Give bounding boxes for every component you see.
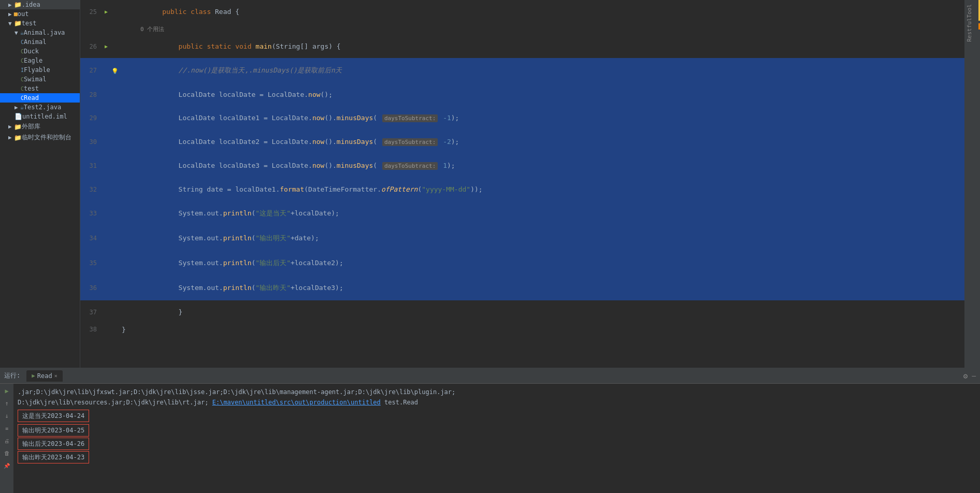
sidebar-item-temp-files[interactable]: ▶ 📁 临时文件和控制台 bbox=[0, 132, 80, 143]
sidebar-item-untitled-iml[interactable]: 📄 untitled.iml bbox=[0, 112, 80, 121]
code-line-30: 30 LocalDate localDate2 = LocalDate.now(… bbox=[80, 130, 980, 154]
output-highlight-3: 输出后天2023-04-26 bbox=[18, 438, 89, 450]
console-text-after: test.Read bbox=[384, 399, 418, 406]
sidebar-item-flyable[interactable]: I Flyable bbox=[0, 65, 80, 75]
line-number: 29 bbox=[80, 114, 101, 122]
line-number: 26 bbox=[80, 43, 101, 50]
folder-icon: 📁 bbox=[14, 1, 22, 8]
code-editor: 25 ▶ public class Read { 26 0 个用法 26 bbox=[80, 0, 980, 368]
code-content: //.now()是获取当天,.minusDays()是获取前后n天 bbox=[120, 58, 980, 83]
sidebar-item-label: out bbox=[18, 10, 29, 18]
chevron-right-icon: ▶ bbox=[15, 104, 18, 111]
run-arrow-icon[interactable]: ▶ bbox=[105, 44, 108, 49]
console-line-5: 输出后天2023-04-26 bbox=[18, 438, 976, 450]
sidebar-item-read[interactable]: C Read bbox=[0, 93, 80, 103]
sidebar-item-test2-java[interactable]: ▶ ☕ Test2.java bbox=[0, 103, 80, 112]
code-line-26: 26 ▶ public static void main(String[] ar… bbox=[80, 35, 980, 58]
line-number: 34 bbox=[80, 235, 101, 242]
trash-button[interactable]: 🗑 bbox=[2, 448, 12, 458]
code-content: System.out.println("输出后天"+localDate2); bbox=[120, 251, 980, 276]
scroll-up-button[interactable]: ↑ bbox=[2, 398, 12, 409]
close-tab-icon[interactable]: ✕ bbox=[54, 373, 57, 379]
line-number: 32 bbox=[80, 186, 101, 193]
code-content: String date = localDate1.format(DateTime… bbox=[120, 178, 980, 201]
code-line-38: 38 } bbox=[80, 324, 980, 335]
line-number: 27 bbox=[80, 67, 101, 74]
restful-tool-label: RestfulTool bbox=[966, 4, 973, 42]
sidebar-item-swimal[interactable]: C Swimal bbox=[0, 75, 80, 84]
sidebar-item-label: Swimal bbox=[24, 76, 46, 83]
run-button[interactable]: ▶ bbox=[2, 386, 12, 396]
console-line-6: 输出昨天2023-04-23 bbox=[18, 451, 976, 463]
java-icon: ☕ bbox=[20, 104, 24, 111]
code-content: public class Read { bbox=[120, 0, 980, 23]
minimize-icon[interactable]: — bbox=[972, 372, 976, 380]
lightbulb-icon[interactable]: 💡 bbox=[111, 68, 119, 75]
sidebar-item-label: .idea bbox=[22, 1, 40, 8]
usage-hint: 0 个用法 bbox=[120, 25, 980, 33]
folder-icon: 📁 bbox=[14, 123, 22, 130]
chevron-right-icon: ▶ bbox=[8, 134, 12, 141]
sidebar-item-animal[interactable]: C Animal bbox=[0, 37, 80, 47]
folder-icon: 📁 bbox=[14, 134, 22, 141]
run-gutter[interactable]: ▶ bbox=[101, 44, 111, 49]
run-arrow-icon[interactable]: ▶ bbox=[105, 9, 108, 15]
sidebar-item-label: Flyable bbox=[24, 66, 50, 74]
filter-button[interactable]: ≡ bbox=[2, 423, 12, 433]
line-number: 37 bbox=[80, 309, 101, 316]
code-content: public static void main(String[] args) { bbox=[120, 35, 980, 58]
restful-tool-panel[interactable]: RestfulTool bbox=[964, 0, 974, 368]
sidebar-item-out[interactable]: ▶ ■ out bbox=[0, 9, 80, 19]
console-toolbar: ▶ ↑ ↓ ≡ 🖨 🗑 📌 bbox=[0, 384, 13, 493]
project-sidebar: ▶ 📁 .idea ▶ ■ out ▼ 📁 test ▼ ☕ Animal.ja… bbox=[0, 0, 80, 368]
code-line-37: 37 } bbox=[80, 300, 980, 324]
line-number: 31 bbox=[80, 162, 101, 169]
run-label: 运行: bbox=[4, 371, 20, 380]
sidebar-item-label: Duck bbox=[24, 48, 39, 55]
sidebar-item-eagle[interactable]: C Eagle bbox=[0, 56, 80, 65]
line-number: 35 bbox=[80, 259, 101, 267]
sidebar-item-label: Animal bbox=[24, 38, 46, 46]
code-content: LocalDate localDate3 = LocalDate.now().m… bbox=[120, 154, 980, 178]
editor-scrollbar[interactable] bbox=[974, 0, 980, 368]
line-number: 25 bbox=[80, 8, 101, 16]
console-line-2: D:\jdk\jre\lib\resources.jar;D:\jdk\jre\… bbox=[18, 397, 976, 408]
code-content: LocalDate localDate2 = LocalDate.now().m… bbox=[120, 130, 980, 154]
sidebar-item-external-libs[interactable]: ▶ 📁 外部库 bbox=[0, 121, 80, 132]
folder-icon: ■ bbox=[14, 10, 18, 18]
output-highlight-2: 输出明天2023-04-25 bbox=[18, 424, 89, 437]
code-line-25: 25 ▶ public class Read { bbox=[80, 0, 980, 23]
console-main: ▶ ↑ ↓ ≡ 🖨 🗑 📌 .jar;D:\jdk\jre\lib\jfxswt… bbox=[0, 384, 980, 493]
settings-icon[interactable]: ⚙ bbox=[963, 372, 968, 380]
sidebar-item-duck[interactable]: C Duck bbox=[0, 47, 80, 56]
code-content: System.out.println("输出明天"+date); bbox=[120, 226, 980, 251]
scroll-down-button[interactable]: ↓ bbox=[2, 411, 12, 421]
sidebar-item-test-class[interactable]: C test bbox=[0, 84, 80, 93]
iml-icon: 📄 bbox=[15, 113, 22, 120]
sidebar-item-idea[interactable]: ▶ 📁 .idea bbox=[0, 0, 80, 9]
code-line-36: 36 System.out.println("输出昨天"+localDate3)… bbox=[80, 276, 980, 300]
console-text: .jar;D:\jdk\jre\lib\jfxswt.jar;D:\jdk\jr… bbox=[18, 388, 455, 396]
sidebar-item-label: 外部库 bbox=[22, 122, 40, 131]
sidebar-item-label: test bbox=[22, 20, 37, 27]
console-link[interactable]: E:\maven\untitled\src\out\production\unt… bbox=[212, 399, 381, 406]
console-line-1: .jar;D:\jdk\jre\lib\jfxswt.jar;D:\jdk\jr… bbox=[18, 387, 976, 397]
run-tab-read[interactable]: ▶ Read ✕ bbox=[26, 370, 63, 382]
code-content: } bbox=[120, 326, 980, 334]
chevron-right-icon: ▶ bbox=[8, 2, 12, 8]
sidebar-item-test[interactable]: ▼ 📁 test bbox=[0, 19, 80, 28]
run-icon: ▶ bbox=[32, 372, 35, 379]
run-tab-name: Read bbox=[37, 372, 52, 380]
output-highlight-4: 输出昨天2023-04-23 bbox=[18, 451, 89, 463]
sidebar-item-label: 临时文件和控制台 bbox=[22, 133, 71, 142]
print-button[interactable]: 🖨 bbox=[2, 436, 12, 446]
code-area[interactable]: 25 ▶ public class Read { 26 0 个用法 26 bbox=[80, 0, 980, 368]
run-gutter[interactable]: ▶ bbox=[101, 9, 111, 15]
sidebar-item-animal-java[interactable]: ▼ ☕ Animal.java bbox=[0, 28, 80, 37]
folder-icon: 📁 bbox=[14, 20, 22, 27]
code-line-32: 32 String date = localDate1.format(DateT… bbox=[80, 178, 980, 201]
line-number: 38 bbox=[80, 326, 101, 333]
pin-button[interactable]: 📌 bbox=[2, 460, 12, 471]
line-number: 28 bbox=[80, 91, 101, 98]
bookmark-gutter: 💡 bbox=[111, 67, 120, 75]
